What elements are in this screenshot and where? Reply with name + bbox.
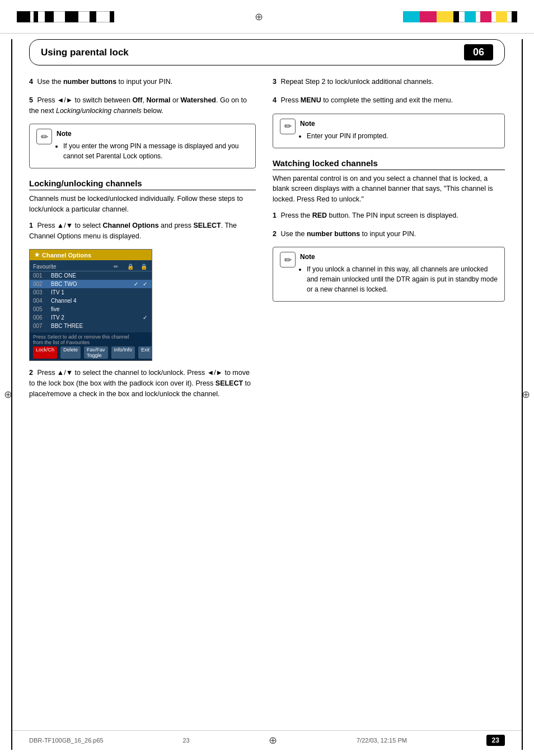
- step-4-right-text: 4 Press MENU to complete the setting and…: [273, 95, 505, 106]
- strip-white: [459, 11, 465, 22]
- strip: [110, 11, 114, 22]
- cs-row-003: 003 ITV 1: [30, 288, 152, 297]
- color-strips-left: [17, 11, 114, 22]
- cs-header-lock-icon2: 🔒: [140, 264, 148, 270]
- step-2-lock: 2 Press ▲/▼ to select the channel to loc…: [29, 368, 256, 399]
- cs-btn-lock: Lock/Ch: [33, 346, 57, 359]
- cs-btn-exit: Exit: [138, 346, 152, 359]
- cs-btn-delete: Delete: [60, 346, 81, 359]
- step-4-left: 4 Use the number buttons to input your P…: [29, 77, 256, 87]
- chapter-title: Using parental lock: [41, 47, 129, 58]
- strip-yellow: [437, 11, 453, 22]
- step-5-text: 5 Press ◄/► to switch between Off, Norma…: [29, 95, 256, 116]
- strip: [90, 11, 96, 22]
- bottom-crosshair-icon: ⊕: [269, 734, 277, 746]
- cs-btn-info: Info/Info: [111, 346, 135, 359]
- strip: [78, 11, 90, 22]
- note-icon-2: ✏: [280, 119, 296, 134]
- watch-step-2-text: 2 Use the number buttons to input your P…: [273, 229, 505, 240]
- bottom-date: 7/22/03, 12:15 PM: [357, 737, 407, 744]
- strip: [491, 11, 496, 22]
- strip: [54, 11, 65, 22]
- step-5: 5 Press ◄/► to switch between Off, Norma…: [29, 95, 256, 116]
- step-2-lock-text: 2 Press ▲/▼ to select the channel to loc…: [29, 368, 256, 399]
- cs-button-row: Lock/Ch Delete Fav/Fav Toggle Info/Info …: [33, 346, 148, 359]
- channel-options-screenshot: ★ Channel Options Favourite ✏ 🔒 🔒 001 BB…: [29, 249, 152, 361]
- step-4-right: 4 Press MENU to complete the setting and…: [273, 95, 505, 106]
- step-4-num: 4: [29, 78, 33, 86]
- cs-btn-fav: Fav/Fav Toggle: [84, 346, 108, 359]
- note-content-1: Note If you enter the wrong PIN a messag…: [57, 129, 249, 163]
- step-1-lock: 1 Press ▲/▼ to select Channel Options an…: [29, 220, 256, 242]
- watch-step-1-num: 1: [273, 212, 277, 219]
- strip-black: [453, 11, 459, 22]
- note-list-2: Enter your PIN if prompted.: [300, 131, 388, 141]
- step-4-right-num: 4: [273, 96, 277, 104]
- left-column: 4 Use the number buttons to input your P…: [29, 77, 267, 407]
- step-3-right: 3 Repeat Step 2 to lock/unlock additiona…: [273, 77, 505, 87]
- note-item-2: Enter your PIN if prompted.: [307, 131, 388, 141]
- cs-star-icon: ★: [34, 251, 40, 259]
- color-strips-right: [403, 11, 517, 22]
- center-crosshair-icon: ⊕: [255, 11, 263, 23]
- cs-row-007: 007 BBC THREE: [30, 322, 152, 330]
- strip: [476, 11, 480, 22]
- cs-header-edit-icon: ✏: [114, 264, 121, 270]
- note-content-2: Note Enter your PIN if prompted.: [300, 119, 388, 143]
- step-1-num: 1: [29, 222, 33, 229]
- chapter-number: 06: [464, 44, 493, 60]
- cs-row-006: 006 ITV 2 ✓: [30, 313, 152, 322]
- cs-header-row: Favourite ✏ 🔒 🔒: [30, 262, 152, 271]
- strip: [96, 11, 110, 22]
- watch-step-1: 1 Press the RED button. The PIN input sc…: [273, 210, 505, 221]
- strip: [512, 11, 517, 22]
- note-box-3: ✏ Note If you unlock a channel in this w…: [273, 247, 505, 302]
- strip-magenta2: [480, 11, 491, 22]
- strip-cyan2: [465, 11, 476, 22]
- step-1-lock-text: 1 Press ▲/▼ to select Channel Options an…: [29, 220, 256, 242]
- strip-cyan: [403, 11, 420, 22]
- page-outer: ⊕ ⊕ Using parental lock 06 4 Use the num…: [11, 39, 523, 750]
- content-area: 4 Use the number buttons to input your P…: [12, 77, 522, 407]
- note-label-3: Note: [300, 252, 498, 262]
- page-number-badge: 23: [486, 735, 505, 746]
- strip: [65, 11, 78, 22]
- cs-row-001: 001 BBC ONE: [30, 271, 152, 280]
- note-box-1: ✏ Note If you enter the wrong PIN a mess…: [29, 124, 256, 168]
- section-intro-locking: Channels must be locked/unlocked individ…: [29, 194, 256, 215]
- cs-bottom-text: Press Select to add or remove this chann…: [33, 334, 148, 345]
- cs-bottom-bar: Press Select to add or remove this chann…: [30, 332, 152, 360]
- top-bar: ⊕: [0, 0, 534, 34]
- step-3-right-text: 3 Repeat Step 2 to lock/unlock additiona…: [273, 77, 505, 87]
- step-3-num: 3: [273, 78, 277, 86]
- note-item-3: If you unlock a channel in this way, all…: [307, 264, 498, 294]
- bottom-filename: DBR-TF100GB_16_26.p65: [29, 737, 104, 744]
- strip: [38, 11, 45, 22]
- strip: [34, 11, 38, 22]
- watch-step-2-num: 2: [273, 230, 277, 238]
- note-box-2: ✏ Note Enter your PIN if prompted.: [273, 114, 505, 148]
- note-label-2: Note: [300, 119, 388, 129]
- cs-row-004: 004 Channel 4: [30, 297, 152, 305]
- strip: [507, 11, 512, 22]
- strip: [45, 11, 54, 22]
- cs-title: Channel Options: [42, 252, 91, 259]
- note-label-1: Note: [57, 129, 249, 139]
- watch-step-2: 2 Use the number buttons to input your P…: [273, 229, 505, 240]
- watch-step-1-text: 1 Press the RED button. The PIN input sc…: [273, 210, 505, 221]
- note-content-3: Note If you unlock a channel in this way…: [300, 252, 498, 297]
- bottom-bar: DBR-TF100GB_16_26.p65 23 ⊕ 7/22/03, 12:1…: [12, 730, 522, 750]
- section-intro-watching: When parental control is on and you sele…: [273, 173, 505, 205]
- step-5-num: 5: [29, 96, 33, 104]
- note-icon-3: ✏: [280, 252, 296, 267]
- bottom-page-num: 23: [182, 737, 189, 744]
- strip: [19, 11, 30, 22]
- section-heading-watching: Watching locked channels: [273, 158, 505, 170]
- note-item-1: If you enter the wrong PIN a message is …: [63, 141, 249, 161]
- strip-magenta: [420, 11, 437, 22]
- chapter-header: Using parental lock 06: [29, 39, 505, 65]
- cs-title-bar: ★ Channel Options: [30, 250, 152, 260]
- note-icon-1: ✏: [36, 129, 52, 144]
- cs-header-lock-icon1: 🔒: [127, 264, 135, 270]
- strip-yellow2: [496, 11, 507, 22]
